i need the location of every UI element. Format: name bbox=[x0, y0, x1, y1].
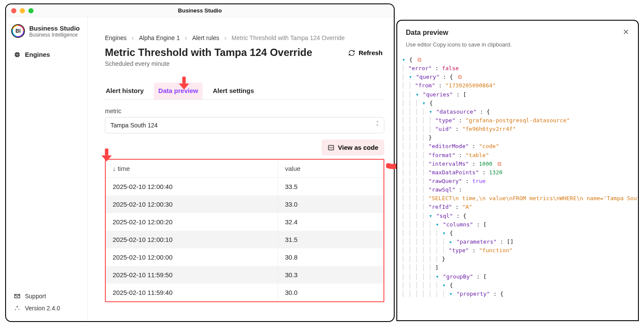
view-as-code-button[interactable]: View as code bbox=[322, 139, 384, 155]
table-row[interactable]: 2025-02-10 12:00:4033.5 bbox=[106, 178, 383, 196]
brand-tagline: Business Intelligence bbox=[29, 32, 80, 38]
main-window: Business Studio BI Business Studio Busin… bbox=[5, 3, 395, 322]
tab-alert-settings[interactable]: Alert settings bbox=[212, 83, 255, 99]
close-panel-button[interactable] bbox=[623, 28, 629, 37]
metric-select-value: Tampa South 124 bbox=[110, 122, 158, 129]
panel-hint: Use editor Copy icons to save in clipboa… bbox=[397, 41, 638, 53]
breadcrumb-current: Metric Threshold with Tampa 124 Override bbox=[232, 34, 345, 41]
close-icon bbox=[623, 28, 629, 35]
table-row[interactable]: 2025-02-10 12:00:2032.4 bbox=[106, 213, 383, 231]
version-info: Version 2.4.0 bbox=[9, 302, 84, 314]
sidebar-item-engines[interactable]: Engines bbox=[9, 47, 84, 62]
code-icon bbox=[328, 144, 334, 151]
cell-value: 30.0 bbox=[278, 284, 383, 301]
breadcrumb-engines[interactable]: Engines bbox=[105, 34, 127, 41]
support-link[interactable]: Support bbox=[9, 290, 84, 302]
svg-rect-0 bbox=[15, 53, 19, 56]
sparkle-icon bbox=[14, 305, 21, 312]
chevron-right-icon: › bbox=[224, 34, 227, 41]
table-row[interactable]: 2025-02-10 12:00:0030.8 bbox=[106, 248, 383, 266]
annotation-arrow-icon bbox=[179, 77, 189, 89]
table-row[interactable]: 2025-02-10 11:59:4030.0 bbox=[106, 284, 383, 301]
breadcrumb-alert-rules[interactable]: Alert rules bbox=[192, 34, 219, 41]
page-title: Metric Threshold with Tampa 124 Override bbox=[105, 46, 312, 59]
copy-icon[interactable]: ⧉ bbox=[417, 56, 421, 63]
cell-value: 32.4 bbox=[278, 213, 383, 231]
chevron-right-icon: › bbox=[132, 34, 134, 41]
data-preview-panel: Data preview Use editor Copy icons to sa… bbox=[396, 20, 639, 321]
metric-label: metric bbox=[105, 108, 384, 114]
svg-rect-10 bbox=[328, 145, 334, 150]
refresh-label: Refresh bbox=[359, 49, 383, 56]
sidebar: BI Business Studio Business Intelligence… bbox=[6, 17, 88, 321]
cell-value: 33.5 bbox=[278, 178, 383, 196]
sidebar-item-label: Engines bbox=[25, 51, 50, 58]
svg-rect-1 bbox=[16, 54, 18, 56]
cell-time: 2025-02-10 12:00:00 bbox=[106, 248, 278, 266]
page-subtitle: Scheduled every minute bbox=[105, 60, 312, 67]
view-as-code-label: View as code bbox=[338, 144, 378, 151]
version-label: Version 2.4.0 bbox=[25, 305, 60, 312]
tabs: Alert history Data preview Alert setting… bbox=[105, 83, 384, 100]
tab-data-preview[interactable]: Data preview bbox=[154, 83, 202, 99]
chevron-right-icon: › bbox=[185, 34, 187, 41]
cell-time: 2025-02-10 12:00:40 bbox=[106, 178, 278, 196]
sidebar-footer: Support Version 2.4.0 bbox=[6, 286, 87, 321]
cell-value: 31.5 bbox=[278, 231, 383, 248]
support-label: Support bbox=[25, 293, 46, 300]
col-value-header[interactable]: value bbox=[278, 160, 383, 178]
cell-value: 33.0 bbox=[278, 195, 383, 213]
titlebar: Business Studio bbox=[6, 4, 394, 17]
updown-icon: ˄˅ bbox=[376, 122, 379, 129]
table-row[interactable]: 2025-02-10 12:00:1031.5 bbox=[106, 231, 383, 248]
cell-time: 2025-02-10 12:00:10 bbox=[106, 231, 278, 248]
col-time-label: time bbox=[118, 165, 130, 172]
annotation-arrow-icon bbox=[101, 149, 112, 161]
copy-icon[interactable]: ⧉ bbox=[497, 161, 501, 167]
table-row[interactable]: 2025-02-10 11:59:5030.3 bbox=[106, 266, 383, 284]
cell-time: 2025-02-10 12:00:20 bbox=[106, 213, 278, 231]
cell-value: 30.3 bbox=[278, 266, 383, 284]
cell-time: 2025-02-10 12:00:30 bbox=[106, 195, 278, 213]
brand-logo: BI bbox=[11, 24, 25, 38]
json-viewer[interactable]: ▾ { ⧉│ "error" : false│ ▾ "query" : { ⧉│… bbox=[397, 53, 638, 320]
cell-time: 2025-02-10 11:59:50 bbox=[106, 266, 278, 284]
tab-alert-history[interactable]: Alert history bbox=[105, 83, 144, 99]
sort-desc-icon: ↓ bbox=[113, 165, 116, 172]
sidebar-nav: Engines bbox=[6, 43, 87, 66]
mail-icon bbox=[14, 293, 21, 300]
col-time-header[interactable]: ↓ time bbox=[106, 160, 278, 178]
panel-title: Data preview bbox=[406, 29, 448, 37]
copy-icon[interactable]: ⧉ bbox=[458, 74, 462, 80]
data-table-highlight: ↓ time value 2025-02-10 12:00:4033.52025… bbox=[105, 159, 384, 302]
refresh-icon bbox=[348, 50, 355, 56]
cell-time: 2025-02-10 11:59:40 bbox=[106, 284, 278, 301]
metric-select[interactable]: Tampa South 124 ˄˅ bbox=[105, 117, 384, 133]
brand: BI Business Studio Business Intelligence bbox=[6, 17, 87, 43]
data-table: ↓ time value 2025-02-10 12:00:4033.52025… bbox=[106, 160, 383, 301]
chip-icon bbox=[14, 51, 21, 58]
content: Engines › Alpha Engine 1 › Alert rules ›… bbox=[88, 17, 394, 321]
breadcrumb-engine[interactable]: Alpha Engine 1 bbox=[139, 34, 180, 41]
cell-value: 30.8 bbox=[278, 248, 383, 266]
brand-name: Business Studio bbox=[29, 25, 80, 32]
window-title: Business Studio bbox=[6, 7, 394, 14]
breadcrumb: Engines › Alpha Engine 1 › Alert rules ›… bbox=[105, 17, 384, 46]
refresh-button[interactable]: Refresh bbox=[347, 46, 384, 59]
table-row[interactable]: 2025-02-10 12:00:3033.0 bbox=[106, 195, 383, 213]
